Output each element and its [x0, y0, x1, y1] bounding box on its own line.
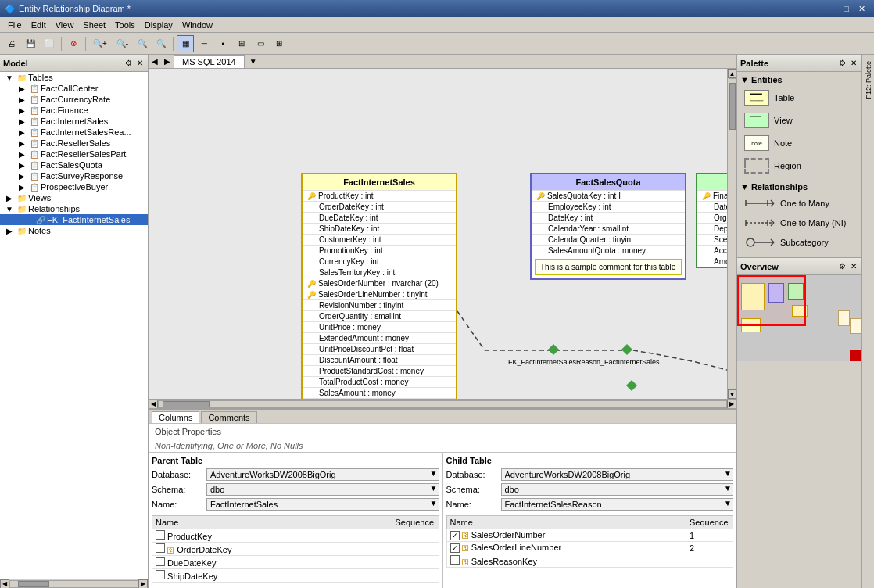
child-schema-input[interactable]: [501, 483, 734, 496]
tree-factinternetsalesrea[interactable]: ▶ 📋 FactInternetSalesRea...: [0, 127, 148, 138]
child-name-input[interactable]: [501, 498, 734, 511]
overview-minimap[interactable]: [737, 275, 861, 361]
palette-subcategory[interactable]: Subcategory: [740, 233, 858, 252]
canvas-tab-mssql[interactable]: MS SQL 2014: [174, 55, 245, 68]
tree-factfinance[interactable]: ▶ 📋 FactFinance: [0, 105, 148, 116]
tree-fk-factinternetsales[interactable]: 🔗 FK_FactInternetSales: [0, 214, 148, 225]
parent-db-input[interactable]: [206, 468, 439, 481]
child-schema-dropdown-icon[interactable]: ▼: [724, 484, 732, 493]
entity-factinternetsales[interactable]: FactInternetSales 🔑ProductKey : int Orde…: [301, 173, 457, 399]
canvas-vscroll[interactable]: ▲ ▼: [727, 69, 736, 399]
checkbox[interactable]: [450, 555, 460, 565]
maximize-button[interactable]: □: [840, 3, 853, 15]
dot-button[interactable]: ▪: [214, 35, 231, 52]
menu-edit[interactable]: Edit: [27, 19, 51, 31]
tree-factsalesquota[interactable]: ▶ 📋 FactSalesQuota: [0, 160, 148, 170]
palette-one-to-many[interactable]: One to Many: [740, 194, 858, 213]
overview-settings-btn[interactable]: ⚙: [837, 261, 847, 271]
right-strip-label[interactable]: F12: Palette: [863, 58, 874, 102]
page-button[interactable]: ⬜: [41, 35, 58, 52]
left-panel-scrollbar[interactable]: ◀ ▶: [0, 579, 148, 588]
zoom-out-button[interactable]: 🔍-: [113, 35, 132, 52]
hscroll-thumb[interactable]: [163, 401, 210, 407]
palette-table[interactable]: ━━━═══ Table: [740, 87, 858, 109]
vscroll-up[interactable]: ▲: [728, 69, 737, 78]
hscroll-left[interactable]: ◀: [149, 400, 158, 409]
minimize-button[interactable]: ─: [825, 3, 839, 15]
vscroll-track[interactable]: [729, 78, 736, 389]
table-button[interactable]: ▭: [252, 35, 269, 52]
grid-button[interactable]: ⊞: [233, 35, 250, 52]
child-db-dropdown-icon[interactable]: ▼: [724, 469, 732, 478]
new-table-button[interactable]: ⊞: [270, 35, 288, 52]
parent-schema-input[interactable]: [206, 483, 439, 496]
checkbox[interactable]: [156, 557, 165, 566]
parent-name-input[interactable]: [206, 498, 439, 511]
palette-settings-btn[interactable]: ⚙: [837, 58, 847, 68]
child-db-input[interactable]: [501, 468, 734, 481]
checkbox-checked[interactable]: [450, 543, 460, 553]
checkbox[interactable]: [156, 570, 165, 579]
palette-view[interactable]: ━━━─── View: [740, 109, 858, 131]
tab-scroll-right[interactable]: ▶: [161, 56, 174, 67]
tree-prospectivebuyer[interactable]: ▶ 📋 ProspectiveBuyer: [0, 181, 148, 192]
checkbox[interactable]: [156, 543, 165, 553]
tree-factresellersalespart[interactable]: ▶ 📋 FactResellerSalesPart: [0, 149, 148, 160]
select-button[interactable]: ▦: [177, 35, 194, 52]
parent-db-dropdown-icon[interactable]: ▼: [430, 469, 438, 478]
tree-factsurveyresponse[interactable]: ▶ 📋 FactSurveyResponse: [0, 170, 148, 181]
zoom-in-button[interactable]: 🔍+: [89, 35, 111, 52]
entity-factfinance[interactable]: FactFinance 🔑FinanceKey : int I DateKey …: [696, 173, 727, 268]
overview-close-btn[interactable]: ✕: [849, 261, 858, 271]
parent-schema-dropdown-icon[interactable]: ▼: [430, 484, 438, 493]
menu-sheet[interactable]: Sheet: [78, 19, 110, 31]
tree-notes-header[interactable]: ▶ 📁 Notes: [0, 225, 148, 236]
line-button[interactable]: ─: [195, 35, 213, 52]
palette-close-btn[interactable]: ✕: [849, 58, 858, 68]
child-name-dropdown-icon[interactable]: ▼: [724, 499, 732, 507]
palette-one-to-many-ni[interactable]: One to Many (NI): [740, 213, 858, 232]
canvas-area[interactable]: FK_FactInternetSalesReason_FactInternetS…: [149, 69, 727, 399]
rel-section-header[interactable]: ▼ Relationships: [740, 181, 858, 193]
vscroll-down[interactable]: ▼: [728, 389, 737, 399]
palette-region[interactable]: Region: [740, 155, 858, 177]
checkbox[interactable]: [156, 530, 165, 540]
tab-comments[interactable]: Comments: [201, 411, 256, 423]
tree-views-header[interactable]: ▶ 📁 Views: [0, 192, 148, 203]
entities-section-header[interactable]: ▼ Entities: [740, 74, 858, 86]
menu-view[interactable]: View: [51, 19, 79, 31]
tree-factcurrencyrate[interactable]: ▶ 📋 FactCurrencyRate: [0, 94, 148, 105]
tree-factresellersales[interactable]: ▶ 📋 FactResellerSales: [0, 138, 148, 149]
menu-display[interactable]: Display: [140, 19, 177, 31]
scroll-left-btn[interactable]: ◀: [0, 579, 9, 589]
hscroll-right[interactable]: ▶: [727, 400, 736, 409]
tree-factinternetsales[interactable]: ▶ 📋 FactInternetSales: [0, 116, 148, 127]
tab-columns[interactable]: Columns: [152, 411, 199, 423]
model-close-button[interactable]: ✕: [135, 58, 145, 68]
tab-options[interactable]: ▼: [246, 56, 260, 67]
canvas-hscroll[interactable]: ◀ ▶: [149, 399, 736, 408]
print-button[interactable]: 🖨: [3, 35, 20, 52]
scroll-thumb[interactable]: [18, 581, 49, 587]
palette-note[interactable]: note Note: [740, 132, 858, 154]
vscroll-thumb[interactable]: [729, 83, 736, 130]
menu-window[interactable]: Window: [177, 19, 217, 31]
checkbox-checked[interactable]: [450, 531, 460, 540]
stop-button[interactable]: ⊗: [65, 35, 82, 52]
zoom-fit-button[interactable]: 🔍: [134, 35, 151, 52]
model-settings-button[interactable]: ⚙: [124, 58, 134, 68]
tree-relationships-header[interactable]: ▼ 📁 Relationships: [0, 203, 148, 214]
tree-factcallcenter[interactable]: ▶ 📋 FactCallCenter: [0, 83, 148, 94]
menu-file[interactable]: File: [3, 19, 27, 31]
scroll-track[interactable]: [9, 580, 138, 588]
tab-scroll-left[interactable]: ◀: [149, 56, 161, 67]
menu-tools[interactable]: Tools: [110, 19, 140, 31]
parent-name-dropdown-icon[interactable]: ▼: [430, 499, 438, 507]
scroll-right-btn[interactable]: ▶: [138, 579, 148, 589]
save-button[interactable]: 💾: [22, 35, 39, 52]
hscroll-track[interactable]: [158, 400, 727, 408]
entity-factsalesquota[interactable]: FactSalesQuota 🔑SalesQuotaKey : int I Em…: [530, 173, 686, 280]
tree-tables-header[interactable]: ▼ 📁 Tables: [0, 72, 148, 83]
close-button[interactable]: ✕: [854, 3, 869, 15]
zoom-100-button[interactable]: 🔍: [152, 35, 170, 52]
